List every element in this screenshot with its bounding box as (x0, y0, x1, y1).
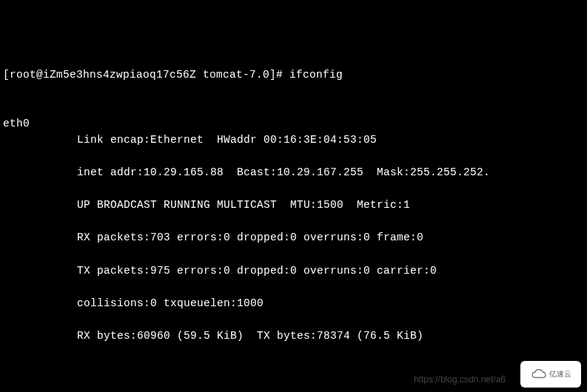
cloud-icon (531, 368, 547, 380)
output-line: RX packets:703 errors:0 dropped:0 overru… (77, 229, 584, 246)
output-line: TX packets:975 errors:0 dropped:0 overru… (77, 263, 584, 279)
output-line: RX bytes:60960 (59.5 KiB) TX bytes:78374… (77, 328, 584, 344)
interface-name: eth0 (3, 115, 77, 359)
faint-watermark-url: https://blog.csdn.net/a6 (414, 373, 506, 386)
watermark-badge: 亿速云 (520, 361, 581, 388)
output-line: inet addr:10.29.165.88 Bcast:10.29.167.2… (77, 164, 584, 180)
interface-body: Link encap:Ethernet HWaddr 00:16:3E:04:5… (77, 115, 584, 359)
shell-prompt-line: [root@iZm5e3hns4zwpiaoq17c56Z tomcat-7.0… (3, 67, 584, 83)
shell-prompt: [root@iZm5e3hns4zwpiaoq17c56Z tomcat-7.0… (3, 67, 289, 83)
output-line: Link encap:Ethernet HWaddr 00:16:3E:04:5… (77, 132, 584, 148)
interface-eth0: eth0 Link encap:Ethernet HWaddr 00:16:3E… (3, 115, 584, 359)
shell-command[interactable]: ifconfig (289, 67, 343, 83)
watermark-text: 亿速云 (549, 368, 571, 379)
output-line: collisions:0 txqueuelen:1000 (77, 295, 584, 311)
output-line: UP BROADCAST RUNNING MULTICAST MTU:1500 … (77, 197, 584, 213)
